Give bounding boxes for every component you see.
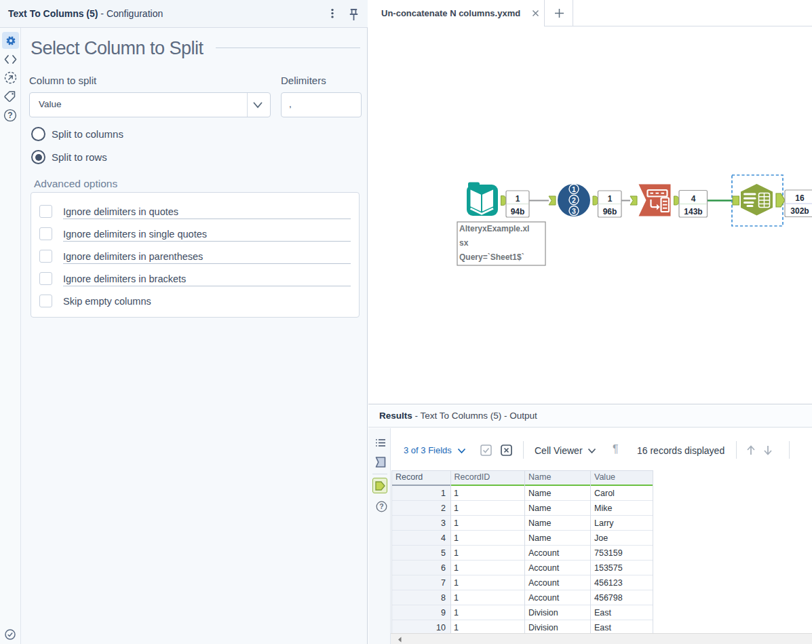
svg-text:16: 16 <box>795 193 805 203</box>
svg-text:143b: 143b <box>684 207 702 216</box>
svg-text:1: 1 <box>516 194 520 204</box>
svg-text:sx: sx <box>459 238 469 248</box>
svg-text:1: 1 <box>572 185 576 193</box>
svg-text:96b: 96b <box>603 207 617 216</box>
svg-text:2: 2 <box>572 196 576 204</box>
svg-text:302b: 302b <box>790 206 809 216</box>
svg-text:94b: 94b <box>511 207 525 216</box>
svg-text:?: ? <box>7 111 12 120</box>
svg-text:4: 4 <box>691 194 696 204</box>
svg-text:1: 1 <box>608 194 613 204</box>
svg-text:Query=`Sheet1$`: Query=`Sheet1$` <box>459 252 524 262</box>
svg-text:3: 3 <box>572 207 576 215</box>
svg-text:AlteryxExample.xl: AlteryxExample.xl <box>459 224 529 233</box>
svg-text:?: ? <box>379 502 383 510</box>
